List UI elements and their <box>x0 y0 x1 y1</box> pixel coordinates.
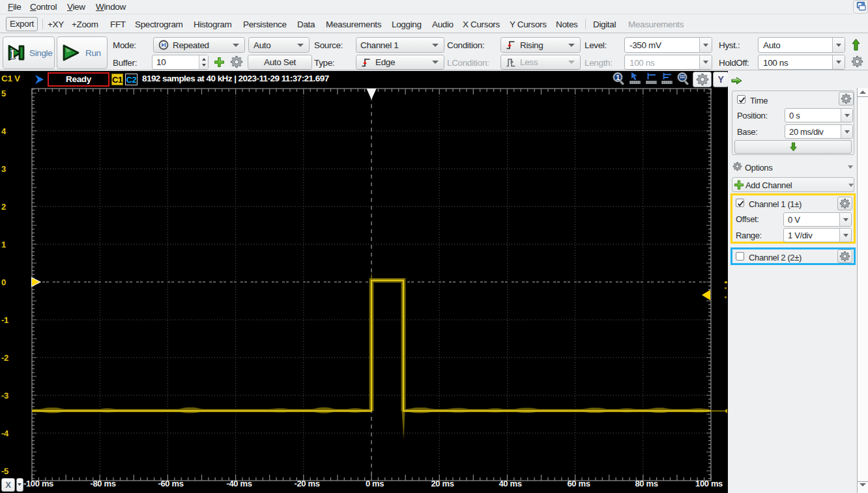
svg-text:1: 1 <box>616 74 620 81</box>
svg-text:20 ms: 20 ms <box>431 479 454 488</box>
svg-text:60 ms: 60 ms <box>567 479 590 488</box>
svg-text:-4: -4 <box>1 429 9 438</box>
svg-text:-40 ms: -40 ms <box>226 479 252 488</box>
svg-text:100 ms: 100 ms <box>695 479 723 488</box>
svg-text:-2: -2 <box>1 353 8 363</box>
svg-text:80 ms: 80 ms <box>635 479 658 488</box>
svg-text:2: 2 <box>1 202 6 212</box>
svg-text:-5: -5 <box>1 466 8 476</box>
svg-text:-20 ms: -20 ms <box>294 479 319 488</box>
svg-text:-1: -1 <box>1 315 8 325</box>
svg-text:5: 5 <box>1 89 6 98</box>
svg-text:0: 0 <box>1 277 6 287</box>
svg-text:3: 3 <box>1 164 6 174</box>
svg-text:4: 4 <box>1 126 7 136</box>
svg-text:1: 1 <box>9 47 16 61</box>
svg-text:-60 ms: -60 ms <box>158 479 183 488</box>
svg-text:0 ms: 0 ms <box>366 479 384 488</box>
svg-text:1: 1 <box>1 240 6 249</box>
svg-text:-100 ms: -100 ms <box>23 479 53 488</box>
svg-text:-80 ms: -80 ms <box>90 479 115 488</box>
svg-text:40 ms: 40 ms <box>499 479 521 488</box>
svg-text:-3: -3 <box>1 391 8 401</box>
